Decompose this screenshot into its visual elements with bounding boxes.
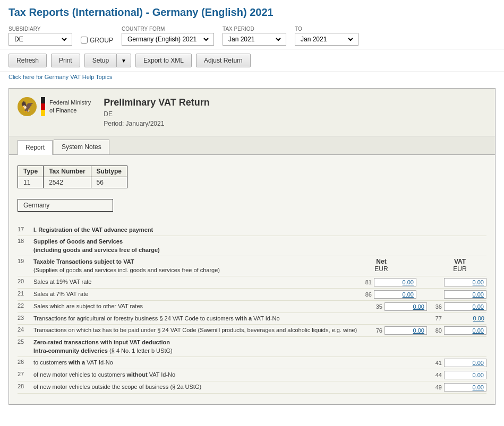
line-28: 28 of new motor vehicles outside the sco… <box>18 381 486 394</box>
col-tax-number: Tax Number <box>44 166 91 177</box>
line-17-text: I. Registration of the VAT advance payme… <box>33 227 153 233</box>
line-17-desc: I. Registration of the VAT advance payme… <box>33 226 486 234</box>
vat-header: VAT EUR <box>433 258 486 273</box>
subsidiary-select[interactable]: DE <box>8 33 72 46</box>
line-26-val1[interactable]: 0.00 <box>444 359 486 367</box>
refresh-button[interactable]: Refresh <box>8 54 47 67</box>
setup-button[interactable]: Setup <box>84 54 116 67</box>
group-label: GROUP <box>90 37 113 44</box>
export-button[interactable]: Export to XML <box>135 54 192 67</box>
line-21-val2[interactable]: 0.00 <box>444 290 486 299</box>
country-cell: Germany <box>18 199 113 212</box>
net-label: Net <box>376 258 386 265</box>
section-17: 17 I. Registration of the VAT advance pa… <box>18 224 486 236</box>
line-26-num: 26 <box>18 359 33 365</box>
tax-period-select[interactable]: Jan 2021 <box>223 33 286 46</box>
group-checkbox[interactable] <box>81 37 88 44</box>
help-link[interactable]: Click here for Germany VAT Help Topics <box>8 74 112 80</box>
line-21-val1[interactable]: 0.00 <box>374 290 416 299</box>
line-28-desc: of new motor vehicles outside the scope … <box>33 383 427 391</box>
tax-period-filter: TAX PERIOD Jan 2021 <box>223 26 286 46</box>
report-subtitle-period: Period: January/2021 <box>104 120 209 127</box>
report-subtitle-de: DE <box>104 110 209 118</box>
vat-currency: EUR <box>453 265 466 273</box>
to-select[interactable]: Jan 2021 <box>295 33 358 46</box>
help-link-area: Click here for Germany VAT Help Topics <box>0 72 504 84</box>
ministry-text: Federal Ministry of Finance <box>49 99 91 115</box>
line-24-val2[interactable]: 0.00 <box>444 326 486 335</box>
line-27: 27 of new motor vehicles to customers wi… <box>18 369 486 381</box>
to-dropdown[interactable]: Jan 2021 <box>298 35 355 44</box>
line-27-val1[interactable]: 0.00 <box>444 371 486 379</box>
line-21-net-group: 86 0.00 <box>361 290 416 299</box>
line-28-net-group: 49 0.00 <box>431 383 486 392</box>
line-22-val1[interactable]: 0.00 <box>385 302 427 311</box>
line-23-val1: 0.00 <box>444 315 486 322</box>
line-20-num: 20 <box>18 278 33 284</box>
col-type: Type <box>18 166 44 177</box>
line-22-vat-group: 36 0.00 <box>431 302 486 311</box>
line-25-desc: Zero-rated transactions with input VAT d… <box>33 338 486 355</box>
eagle-icon: 🦅 <box>18 97 37 116</box>
line-26: 26 to customers with a VAT Id-No 41 0.00 <box>18 357 486 369</box>
col-subtype: Subtype <box>91 166 127 177</box>
report-area: 🦅 Federal Ministry of Finance Preliminar… <box>8 88 496 405</box>
info-table: Type Tax Number Subtype 11 2542 56 <box>18 166 127 188</box>
flag-gold <box>41 110 45 116</box>
line-24-val1[interactable]: 0.00 <box>385 326 427 335</box>
line-26-desc: to customers with a VAT Id-No <box>33 359 427 367</box>
line-21-num: 21 <box>18 290 33 297</box>
report-tabs: Report System Notes <box>9 136 495 155</box>
line-25: 25 Zero-rated transactions with input VA… <box>18 337 486 357</box>
line-20-desc: Sales at 19% VAT rate <box>33 278 357 286</box>
info-subtype: 56 <box>91 177 127 188</box>
line-27-code1: 44 <box>431 372 442 378</box>
subsidiary-filter: SUBSIDIARY DE <box>8 26 72 46</box>
line-24-code2: 80 <box>431 327 442 334</box>
line-24-desc: Transactions on which tax has to be paid… <box>33 326 368 334</box>
setup-button-group: Setup ▼ <box>84 54 131 67</box>
line-24-num: 24 <box>18 326 33 333</box>
line-20-vat-group: 0.00 <box>431 278 486 286</box>
line-20-val2[interactable]: 0.00 <box>444 278 486 286</box>
filter-bar: SUBSIDIARY DE GROUP COUNTRY FORM Germany… <box>0 23 504 49</box>
country-form-dropdown[interactable]: Germany (English) 2021 <box>125 35 210 44</box>
line-20-net-group: 81 0.00 <box>361 278 416 286</box>
line-24-fields: 76 0.00 80 0.00 <box>372 326 486 335</box>
line-23-code1: 77 <box>431 315 442 321</box>
net-header: Net EUR <box>355 258 408 273</box>
line-19-title: Taxable Transactions subject to VAT <box>33 258 134 265</box>
line-17-num: 17 <box>18 226 33 232</box>
line-18-desc: Supplies of Goods and Services(including… <box>33 238 486 254</box>
line-28-val1[interactable]: 0.00 <box>444 383 486 392</box>
line-24-net-group: 76 0.00 <box>372 326 427 335</box>
line-26-code1: 41 <box>431 360 442 366</box>
country-form-label: COUNTRY FORM <box>122 26 214 32</box>
line-21: 21 Sales at 7% VAT rate 86 0.00 0.00 <box>18 289 486 301</box>
info-row: 11 2542 56 <box>18 177 127 188</box>
line-26-net-group: 41 0.00 <box>431 359 486 367</box>
report-content: Type Tax Number Subtype 11 2542 56 Germa… <box>9 155 495 404</box>
line-21-desc: Sales at 7% VAT rate <box>33 290 357 298</box>
print-button[interactable]: Print <box>51 54 80 67</box>
tax-period-dropdown[interactable]: Jan 2021 <box>226 35 283 44</box>
adjust-button[interactable]: Adjust Return <box>196 54 251 67</box>
line-20-val1[interactable]: 0.00 <box>374 278 416 286</box>
line-22-num: 22 <box>18 302 33 309</box>
tab-report[interactable]: Report <box>18 140 53 155</box>
report-main-title: Preliminary VAT Return <box>104 97 209 108</box>
page-title: Tax Reports (International) - Germany (E… <box>0 0 504 23</box>
country-form-select[interactable]: Germany (English) 2021 <box>122 33 214 46</box>
line-22-val2[interactable]: 0.00 <box>444 302 486 311</box>
line-22-fields: 35 0.00 36 0.00 <box>372 302 486 311</box>
line-18-text: Supplies of Goods and Services(including… <box>33 238 160 253</box>
group-checkbox-area: GROUP <box>81 37 113 44</box>
line-25-num: 25 <box>18 338 33 345</box>
to-label: TO <box>295 26 358 32</box>
tab-system-notes[interactable]: System Notes <box>54 140 109 154</box>
setup-dropdown-arrow[interactable]: ▼ <box>116 54 131 67</box>
line-20: 20 Sales at 19% VAT rate 81 0.00 0.00 <box>18 276 486 289</box>
report-title-area: Preliminary VAT Return DE Period: Januar… <box>104 97 209 127</box>
line-23-fields: 77 0.00 <box>431 315 486 322</box>
subsidiary-dropdown[interactable]: DE <box>12 35 69 44</box>
